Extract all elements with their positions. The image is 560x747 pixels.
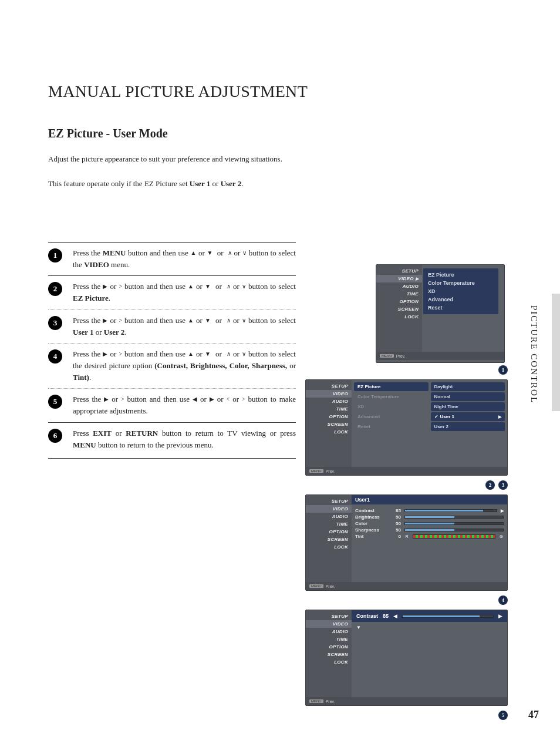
badge-row-1: 1 [305, 365, 508, 375]
osd-sub-advanced: Advanced [428, 297, 494, 302]
intro-2: This feature operate only if the EZ Pict… [48, 178, 289, 190]
badge-5: 5 [498, 711, 508, 720]
step-5: 5 Press the ▶ or > button and then use ◀… [48, 388, 296, 422]
subtitle: EZ Picture - User Mode [48, 127, 512, 140]
badge-row-5: 5 [305, 711, 508, 720]
osd2-left-ezpicture: EZ Picture [354, 382, 429, 391]
osd-footer: MENUPrev. [376, 352, 504, 360]
step-2: 2 Press the ▶ or > button and then use ▲… [48, 275, 296, 309]
badge-2: 2 [485, 480, 495, 490]
step-number-4: 4 [48, 349, 62, 364]
osd-side-setup: SETUP [376, 267, 422, 275]
badge-row-4: 4 [305, 595, 508, 605]
osd2-left-reset: Reset [354, 422, 429, 431]
osd-sub-ezpicture: EZ Picture [428, 272, 494, 278]
step-number-3: 3 [48, 316, 62, 330]
osd-side-option: OPTION [376, 298, 422, 305]
caret-right-icon: > [119, 282, 122, 291]
slider-tint: Tint0 RG [355, 534, 504, 539]
page-title: MANUAL PICTURE ADJUSTMENT [48, 82, 512, 101]
osd2-right-user2: User 2 [431, 422, 505, 431]
osd2-right-nighttime: Night Time [431, 402, 505, 411]
badge-row-23: 2 3 [305, 480, 508, 490]
osd-screenshot-1: SETUP VIDEO ▶ AUDIO TIME OPTION SCREEN L… [376, 264, 505, 363]
step-1: 1 Press the MENU button and then use ▲ o… [48, 242, 296, 275]
osd4-contrast-bar: Contrast 85 ◀ ▶ [352, 610, 507, 622]
osd2-right-normal: Normal [431, 392, 505, 401]
osd-side-lock: LOCK [376, 313, 422, 321]
step-6: 6 Press EXIT or RETURN button to return … [48, 422, 296, 459]
slider-contrast: Contrast85 ▶ [355, 508, 504, 513]
osd2-left-xd: XD [354, 402, 429, 411]
osd-sub-reset: Reset [428, 305, 494, 311]
section-label: PICTURE CONTROL [529, 305, 539, 403]
step-number-2: 2 [48, 282, 62, 296]
osd-sub-xd: XD [428, 288, 494, 294]
osd3-header: User1 [352, 495, 507, 504]
intro-1: Adjust the picture appearance to suit yo… [48, 153, 289, 165]
badge-3: 3 [498, 480, 508, 490]
check-icon: ✓ [434, 414, 438, 419]
caret-up-icon: ∧ [228, 248, 232, 258]
slider-sharpness: Sharpness50 [355, 527, 504, 533]
osd2-left-advanced: Advanced [354, 412, 429, 421]
caret-left-icon: < [227, 395, 230, 404]
step-4: 4 Press the ▶ or > button and then use ▲… [48, 343, 296, 388]
arrow-right-icon: ▶ [498, 415, 501, 419]
left-arrow-icon: ◀ [193, 395, 197, 404]
step-number-5: 5 [48, 395, 62, 409]
badge-1: 1 [498, 365, 508, 375]
down-arrow-icon: ▼ [207, 248, 212, 258]
osd-screenshot-3: SETUP VIDEO AUDIO TIME OPTION SCREEN LOC… [305, 494, 508, 591]
step-number-6: 6 [48, 429, 62, 443]
down-arrow-icon: ▼ [352, 624, 507, 631]
osd-sidebar: SETUP VIDEO ▶ AUDIO TIME OPTION SCREEN L… [376, 265, 422, 352]
page-number: 47 [528, 709, 539, 721]
osd2-left-colortemp: Color Temperature [354, 392, 429, 401]
osd-submenu: EZ Picture Color Temperature XD Advanced… [423, 268, 498, 314]
up-arrow-icon: ▲ [190, 248, 196, 258]
osd-sub-colortemp: Color Temperature [428, 280, 494, 286]
section-tab [552, 294, 560, 411]
osd2-right-daylight: Daylight [431, 382, 505, 391]
step-3: 3 Press the ▶ or > button and then use ▲… [48, 309, 296, 343]
osd2-right-user1: ✓User 1▶ [431, 412, 505, 421]
osd-side-audio: AUDIO [376, 282, 422, 290]
slider-brightness: Brightness50 [355, 514, 504, 520]
right-arrow-icon: ▶ [103, 282, 107, 291]
osd-side-time: TIME [376, 290, 422, 298]
osd-screenshot-2: SETUP VIDEO AUDIO TIME OPTION SCREEN LOC… [305, 379, 508, 476]
slider-color: Color50 [355, 521, 504, 526]
step-number-1: 1 [48, 248, 62, 263]
badge-4: 4 [498, 595, 508, 605]
osd-side-screen: SCREEN [376, 305, 422, 313]
osd-side-video: VIDEO ▶ [376, 275, 422, 282]
osd-screenshot-4: SETUP VIDEO AUDIO TIME OPTION SCREEN LOC… [305, 610, 508, 706]
caret-down-icon: ∨ [242, 248, 247, 258]
